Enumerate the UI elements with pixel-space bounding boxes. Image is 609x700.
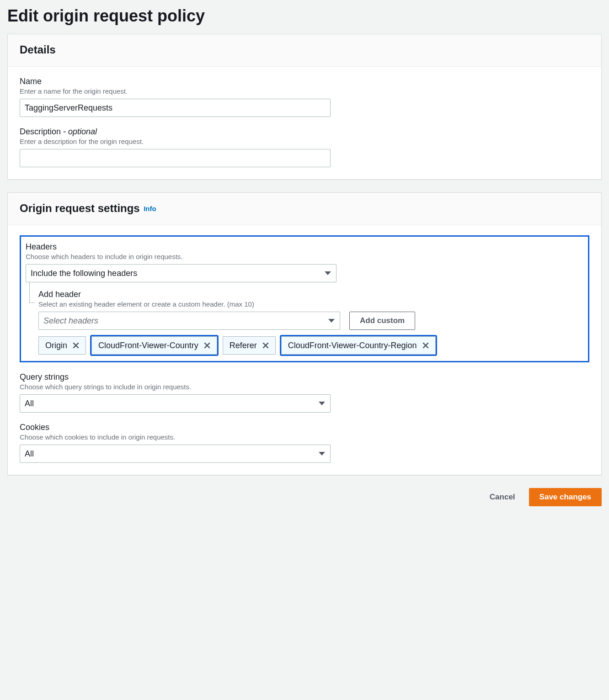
headers-select-value: Include the following headers [26,264,337,282]
header-tag-label: CloudFront-Viewer-Country [98,341,198,350]
query-strings-help: Choose which query strings to include in… [20,383,589,391]
close-icon[interactable] [72,341,80,350]
header-tag-label: Origin [45,341,67,350]
query-strings-select[interactable]: All [20,394,331,413]
select-headers-placeholder: Select headers [38,312,340,330]
details-panel: Details Name Enter a name for the origin… [7,34,602,180]
cookies-value: All [20,445,331,463]
query-strings-value: All [20,394,331,413]
settings-heading: Origin request settings [20,202,140,215]
headers-help: Choose which headers to include in origi… [26,253,583,260]
select-headers-dropdown[interactable]: Select headers [38,312,340,330]
header-tag: CloudFront-Viewer-Country [91,336,217,355]
header-tag-label: Referer [230,341,257,350]
details-heading: Details [20,43,56,56]
name-help: Enter a name for the origin request. [20,87,589,95]
query-strings-label: Query strings [20,372,589,382]
header-tag: CloudFront-Viewer-Country-Region [281,336,436,355]
add-header-label: Add header [38,290,583,299]
header-tag-label: CloudFront-Viewer-Country-Region [288,341,417,350]
close-icon[interactable] [203,341,211,350]
description-input[interactable] [20,149,331,167]
settings-panel-header: Origin request settings Info [8,193,601,225]
name-label: Name [20,77,589,86]
details-panel-header: Details [8,34,601,67]
cancel-button[interactable]: Cancel [481,488,524,506]
description-label: Description - optional [20,127,589,137]
settings-panel: Origin request settings Info Headers Cho… [7,192,602,475]
info-link[interactable]: Info [144,205,156,212]
close-icon[interactable] [422,341,430,350]
headers-select[interactable]: Include the following headers [26,264,337,282]
headers-highlight-box: Headers Choose which headers to include … [20,235,589,362]
header-tag: Referer [223,336,276,355]
add-header-subsection: Add header Select an existing header ele… [26,290,583,355]
description-help: Enter a description for the origin reque… [20,138,589,145]
add-header-help: Select an existing header element or cre… [38,300,583,308]
name-input[interactable] [20,99,331,117]
header-tag: Origin [38,336,86,355]
headers-label: Headers [26,242,583,252]
cookies-select[interactable]: All [20,445,331,463]
add-custom-button[interactable]: Add custom [349,312,415,330]
cookies-label: Cookies [20,423,589,432]
close-icon[interactable] [262,341,270,350]
cookies-help: Choose which cookies to include in origi… [20,433,589,441]
save-button[interactable]: Save changes [529,488,602,506]
form-actions: Cancel Save changes [7,488,602,506]
header-tags-row: OriginCloudFront-Viewer-CountryRefererCl… [38,336,583,355]
page-title: Edit origin request policy [7,0,602,34]
